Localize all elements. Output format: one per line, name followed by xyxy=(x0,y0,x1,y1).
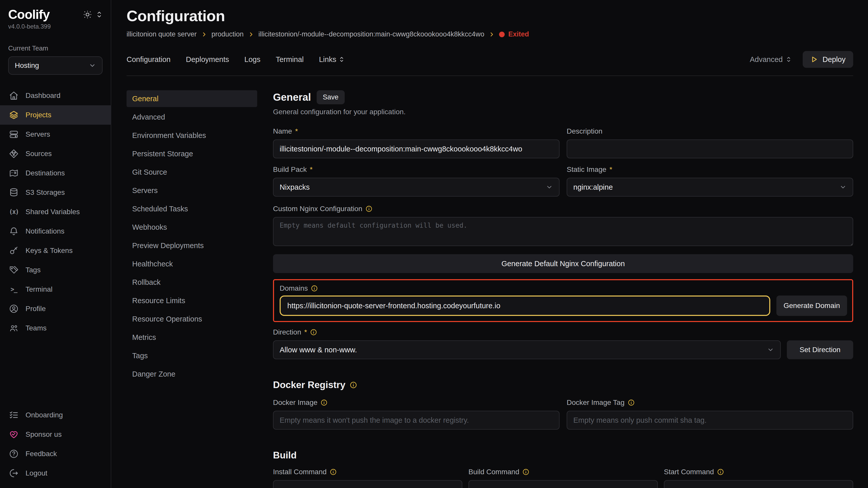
info-icon xyxy=(628,399,635,406)
sidebar-item-notifications[interactable]: Notifications xyxy=(0,222,111,241)
heart-icon xyxy=(9,429,19,440)
breadcrumb-environment[interactable]: production xyxy=(212,30,244,38)
set-direction-button[interactable]: Set Direction xyxy=(787,340,853,359)
name-input[interactable] xyxy=(273,139,560,158)
chevron-down-icon xyxy=(767,346,774,353)
subnav-tags[interactable]: Tags xyxy=(127,347,257,364)
theme-updown-icon[interactable] xyxy=(96,11,102,19)
breadcrumb: illicitonion quote server production ill… xyxy=(127,30,853,38)
generate-nginx-button[interactable]: Generate Default Nginx Configuration xyxy=(273,254,853,273)
sidebar-item-destinations[interactable]: Destinations xyxy=(0,163,111,183)
sidebar-item-tags[interactable]: Tags xyxy=(0,260,111,280)
tab-bar: Configuration Deployments Logs Terminal … xyxy=(111,51,868,68)
subnav-webhooks[interactable]: Webhooks xyxy=(127,219,257,236)
docker-image-label: Docker Image xyxy=(273,398,560,407)
users-icon xyxy=(9,323,19,333)
breadcrumb-application[interactable]: illicitestonion/-module--decomposition:m… xyxy=(258,30,484,38)
subnav-general[interactable]: General xyxy=(127,90,257,107)
sidebar-item-feedback[interactable]: Feedback xyxy=(0,444,111,463)
section-subtitle: General configuration for your applicati… xyxy=(273,108,853,116)
chevron-down-icon xyxy=(546,184,553,191)
sidebar-spacer xyxy=(0,338,111,405)
sidebar-item-teams[interactable]: Teams xyxy=(0,319,111,338)
build-pack-select[interactable]: Nixpacks xyxy=(273,178,560,197)
build-heading: Build xyxy=(273,450,853,461)
variables-icon: (x) xyxy=(9,207,19,217)
sidebar-item-sponsor[interactable]: Sponsor us xyxy=(0,425,111,444)
sidebar-item-servers[interactable]: Servers xyxy=(0,125,111,144)
chevron-down-icon xyxy=(89,62,96,69)
bell-icon xyxy=(9,226,19,236)
team-select[interactable]: Hosting xyxy=(8,56,102,75)
section-title: General xyxy=(273,92,311,103)
subnav-preview-deployments[interactable]: Preview Deployments xyxy=(127,237,257,254)
sidebar-item-onboarding[interactable]: Onboarding xyxy=(0,405,111,425)
subnav-resource-operations[interactable]: Resource Operations xyxy=(127,311,257,327)
start-command-input[interactable] xyxy=(664,480,853,488)
domains-input[interactable] xyxy=(280,295,770,316)
info-icon xyxy=(349,381,357,389)
generate-domain-button[interactable]: Generate Domain xyxy=(776,295,847,316)
chevron-right-icon xyxy=(248,32,254,37)
sidebar-item-shared-variables[interactable]: (x) Shared Variables xyxy=(0,202,111,222)
start-command-label: Start Command xyxy=(664,468,853,476)
sidebar-item-profile[interactable]: Profile xyxy=(0,299,111,319)
docker-image-tag-label: Docker Image Tag xyxy=(567,398,853,407)
subnav-scheduled-tasks[interactable]: Scheduled Tasks xyxy=(127,200,257,217)
advanced-menu[interactable]: Advanced xyxy=(750,55,792,64)
tab-links[interactable]: Links xyxy=(319,55,344,64)
tab-configuration[interactable]: Configuration xyxy=(127,55,171,64)
subnav-servers[interactable]: Servers xyxy=(127,182,257,199)
server-icon xyxy=(9,129,19,139)
breadcrumb-project[interactable]: illicitonion quote server xyxy=(127,30,197,38)
tab-deployments[interactable]: Deployments xyxy=(186,55,229,64)
docker-image-tag-input[interactable] xyxy=(567,411,853,430)
description-label: Description xyxy=(567,127,853,135)
tab-logs[interactable]: Logs xyxy=(244,55,260,64)
sidebar-item-dashboard[interactable]: Dashboard xyxy=(0,86,111,105)
status-badge: Exited xyxy=(499,30,529,38)
info-icon xyxy=(522,468,529,476)
subnav-persistent-storage[interactable]: Persistent Storage xyxy=(127,145,257,162)
build-command-label: Build Command xyxy=(468,468,658,476)
subnav-resource-limits[interactable]: Resource Limits xyxy=(127,292,257,309)
sidebar-item-keys-tokens[interactable]: Keys & Tokens xyxy=(0,241,111,260)
subnav-advanced[interactable]: Advanced xyxy=(127,109,257,125)
domains-section: Domains Generate Domain xyxy=(273,279,853,322)
play-icon xyxy=(810,56,818,63)
subnav-metrics[interactable]: Metrics xyxy=(127,329,257,346)
subnav-danger-zone[interactable]: Danger Zone xyxy=(127,366,257,383)
direction-label: Direction* xyxy=(273,328,853,336)
current-team-label: Current Team xyxy=(8,44,102,52)
sidebar-item-terminal[interactable]: >_ Terminal xyxy=(0,280,111,299)
docker-image-input[interactable] xyxy=(273,411,560,430)
install-command-input[interactable] xyxy=(273,480,462,488)
custom-nginx-textarea[interactable] xyxy=(273,217,853,246)
map-icon xyxy=(9,168,19,178)
subnav-git-source[interactable]: Git Source xyxy=(127,164,257,181)
domains-label: Domains xyxy=(280,284,847,292)
sidebar-item-s3-storages[interactable]: S3 Storages xyxy=(0,183,111,202)
save-button[interactable]: Save xyxy=(317,90,345,104)
sidebar-item-projects[interactable]: Projects xyxy=(0,105,111,125)
general-form: General Save General configuration for y… xyxy=(273,90,853,488)
database-icon xyxy=(9,187,19,198)
description-input[interactable] xyxy=(567,139,853,158)
deploy-button[interactable]: Deploy xyxy=(803,51,853,68)
subnav-environment-variables[interactable]: Environment Variables xyxy=(127,127,257,144)
sidebar-item-logout[interactable]: Logout xyxy=(0,463,111,483)
chevron-right-icon xyxy=(489,32,494,37)
status-dot xyxy=(499,32,505,37)
tab-terminal[interactable]: Terminal xyxy=(276,55,304,64)
direction-select[interactable]: Allow www & non-www. xyxy=(273,340,781,359)
main-area: Configuration illicitonion quote server … xyxy=(111,0,868,488)
subnav-healthcheck[interactable]: Healthcheck xyxy=(127,256,257,272)
coolify-app: Coolify v4.0.0-beta.399 Current Team Hos… xyxy=(0,0,868,488)
build-pack-label: Build Pack* xyxy=(273,165,560,174)
sidebar-item-sources[interactable]: Sources xyxy=(0,144,111,163)
theme-sun-icon[interactable] xyxy=(83,10,92,19)
static-image-select[interactable]: nginx:alpine xyxy=(567,178,853,197)
subnav-rollback[interactable]: Rollback xyxy=(127,274,257,291)
info-icon xyxy=(365,205,373,213)
build-command-input[interactable] xyxy=(468,480,658,488)
